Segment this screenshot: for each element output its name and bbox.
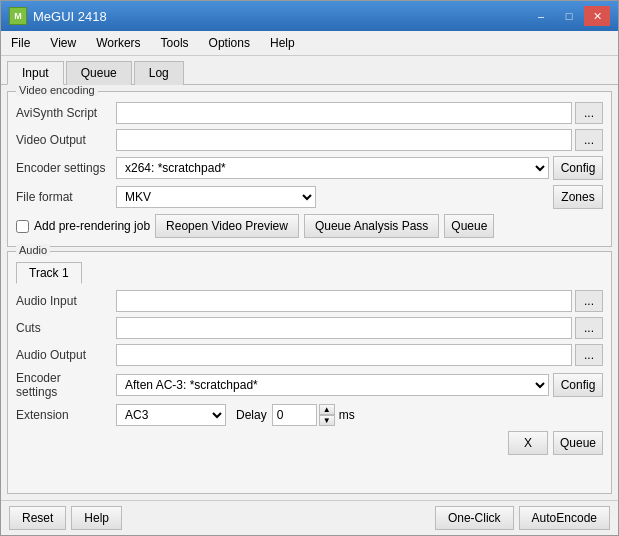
video-encoding-title: Video encoding bbox=[16, 85, 98, 96]
minimize-button[interactable]: – bbox=[528, 6, 554, 26]
audio-input-browse-button[interactable]: ... bbox=[575, 290, 603, 312]
video-encoding-section: Video encoding AviSynth Script ... Video… bbox=[7, 91, 612, 247]
audio-action-row: X Queue bbox=[16, 431, 603, 455]
file-format-row: File format MKV MP4 AVI Zones bbox=[16, 185, 603, 209]
cuts-browse-button[interactable]: ... bbox=[575, 317, 603, 339]
delay-unit: ms bbox=[339, 408, 355, 422]
extension-select[interactable]: AC3 AAC MP3 bbox=[116, 404, 226, 426]
file-format-label: File format bbox=[16, 190, 116, 204]
encoder-settings-row: Encoder settings x264: *scratchpad* Conf… bbox=[16, 156, 603, 180]
extension-label: Extension bbox=[16, 408, 116, 422]
avisynth-label: AviSynth Script bbox=[16, 106, 116, 120]
encoder-settings-label: Encoder settings bbox=[16, 161, 116, 175]
help-button[interactable]: Help bbox=[71, 506, 122, 530]
cuts-row: Cuts ... bbox=[16, 317, 603, 339]
bottom-right-controls: One-Click AutoEncode bbox=[435, 506, 610, 530]
menubar: File View Workers Tools Options Help bbox=[1, 31, 618, 56]
delay-label: Delay bbox=[236, 408, 267, 422]
audio-output-browse-button[interactable]: ... bbox=[575, 344, 603, 366]
spinner-controls: ▲ ▼ bbox=[319, 404, 335, 426]
menu-help[interactable]: Help bbox=[260, 33, 305, 53]
encoder-settings-select[interactable]: x264: *scratchpad* bbox=[116, 157, 549, 179]
titlebar: M MeGUI 2418 – □ ✕ bbox=[1, 1, 618, 31]
queue-analysis-button[interactable]: Queue Analysis Pass bbox=[304, 214, 439, 238]
audio-output-label: Audio Output bbox=[16, 348, 116, 362]
avisynth-browse-button[interactable]: ... bbox=[575, 102, 603, 124]
bottom-bar: Reset Help One-Click AutoEncode bbox=[1, 500, 618, 535]
file-format-select[interactable]: MKV MP4 AVI bbox=[116, 186, 316, 208]
audio-section-title: Audio bbox=[16, 244, 50, 256]
audio-x-button[interactable]: X bbox=[508, 431, 548, 455]
autoencode-button[interactable]: AutoEncode bbox=[519, 506, 610, 530]
main-tabs: Input Queue Log bbox=[1, 56, 618, 85]
extension-delay-row: Extension AC3 AAC MP3 Delay ▲ ▼ ms bbox=[16, 404, 603, 426]
video-queue-button[interactable]: Queue bbox=[444, 214, 494, 238]
audio-tab-track1[interactable]: Track 1 bbox=[16, 262, 82, 284]
maximize-button[interactable]: □ bbox=[556, 6, 582, 26]
audio-encoder-row: Encodersettings Aften AC-3: *scratchpad*… bbox=[16, 371, 603, 399]
video-output-input[interactable] bbox=[116, 129, 572, 151]
audio-queue-button[interactable]: Queue bbox=[553, 431, 603, 455]
zones-button[interactable]: Zones bbox=[553, 185, 603, 209]
delay-up-button[interactable]: ▲ bbox=[319, 404, 335, 415]
audio-input-row: Audio Input ... bbox=[16, 290, 603, 312]
audio-output-row: Audio Output ... bbox=[16, 344, 603, 366]
menu-view[interactable]: View bbox=[40, 33, 86, 53]
add-prerender-label: Add pre-rendering job bbox=[34, 219, 150, 233]
reset-button[interactable]: Reset bbox=[9, 506, 66, 530]
audio-input-field[interactable] bbox=[116, 290, 572, 312]
avisynth-row: AviSynth Script ... bbox=[16, 102, 603, 124]
menu-options[interactable]: Options bbox=[199, 33, 260, 53]
content-area: Video encoding AviSynth Script ... Video… bbox=[1, 85, 618, 500]
audio-input-label: Audio Input bbox=[16, 294, 116, 308]
audio-output-input[interactable] bbox=[116, 344, 572, 366]
add-prerender-checkbox[interactable] bbox=[16, 220, 29, 233]
video-output-browse-button[interactable]: ... bbox=[575, 129, 603, 151]
app-logo: M bbox=[9, 7, 27, 25]
cuts-input[interactable] bbox=[116, 317, 572, 339]
video-action-row: Add pre-rendering job Reopen Video Previ… bbox=[16, 214, 603, 238]
delay-input[interactable] bbox=[272, 404, 317, 426]
audio-config-button[interactable]: Config bbox=[553, 373, 603, 397]
video-output-label: Video Output bbox=[16, 133, 116, 147]
avisynth-input[interactable] bbox=[116, 102, 572, 124]
tab-log[interactable]: Log bbox=[134, 61, 184, 85]
oneclick-button[interactable]: One-Click bbox=[435, 506, 514, 530]
delay-spinner: ▲ ▼ bbox=[272, 404, 335, 426]
titlebar-left: M MeGUI 2418 bbox=[9, 7, 107, 25]
tab-input[interactable]: Input bbox=[7, 61, 64, 85]
delay-down-button[interactable]: ▼ bbox=[319, 415, 335, 426]
audio-encoder-label: Encodersettings bbox=[16, 371, 116, 399]
video-output-row: Video Output ... bbox=[16, 129, 603, 151]
audio-tabs: Track 1 bbox=[16, 262, 603, 284]
menu-tools[interactable]: Tools bbox=[151, 33, 199, 53]
tab-queue[interactable]: Queue bbox=[66, 61, 132, 85]
menu-workers[interactable]: Workers bbox=[86, 33, 150, 53]
cuts-label: Cuts bbox=[16, 321, 116, 335]
encoder-config-button[interactable]: Config bbox=[553, 156, 603, 180]
menu-file[interactable]: File bbox=[1, 33, 40, 53]
window-title: MeGUI 2418 bbox=[33, 9, 107, 24]
reopen-preview-button[interactable]: Reopen Video Preview bbox=[155, 214, 299, 238]
audio-encoder-select[interactable]: Aften AC-3: *scratchpad* bbox=[116, 374, 549, 396]
close-button[interactable]: ✕ bbox=[584, 6, 610, 26]
audio-section: Audio Track 1 Audio Input ... Cuts ... A… bbox=[7, 251, 612, 494]
main-window: M MeGUI 2418 – □ ✕ File View Workers Too… bbox=[0, 0, 619, 536]
window-controls: – □ ✕ bbox=[528, 6, 610, 26]
